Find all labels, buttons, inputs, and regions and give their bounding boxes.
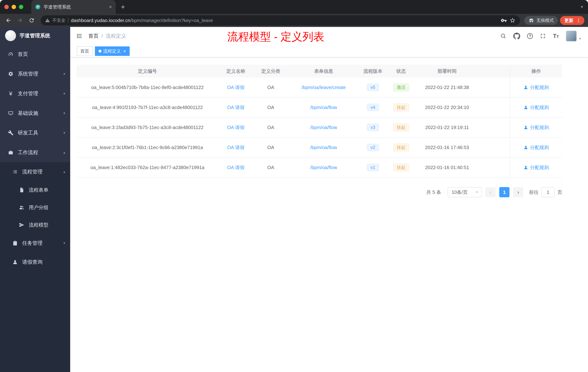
- pagination-total: 共 5 条: [426, 189, 441, 196]
- window-controls: [0, 5, 28, 9]
- forward-button[interactable]: [15, 16, 25, 25]
- logo-title: 芋道管理系统: [20, 32, 50, 39]
- definition-id: oa_leave:1:482ec033-762a-11ec-8477-a2380…: [77, 165, 218, 170]
- definition-name-link[interactable]: OA 请假: [227, 164, 244, 171]
- sidebar-item-payment[interactable]: 支付管理 ▾: [0, 84, 70, 103]
- assign-rule-button[interactable]: 分配规则: [510, 138, 562, 157]
- page-size-select[interactable]: 10条/页 ▼: [448, 187, 482, 197]
- sidebar-item-process-form[interactable]: 流程表单: [0, 181, 70, 199]
- table-row: oa_leave:3:1fad3d93-7b75-11ec-a3c8-acde4…: [77, 118, 562, 138]
- sidebar: 芋道管理系统 首页 系统管理 ▾ 支付管理 ▾ 基础设施 ▾: [0, 27, 70, 372]
- sidebar-item-system[interactable]: 系统管理 ▾: [0, 64, 70, 84]
- sidebar-item-task-mgmt[interactable]: 任务管理 ▾: [0, 234, 70, 253]
- definition-name-link[interactable]: OA 请假: [227, 84, 244, 91]
- sidebar-item-devtools[interactable]: 研发工具 ▾: [0, 123, 70, 143]
- logo-avatar: [5, 30, 16, 41]
- assign-rule-button[interactable]: 分配规则: [510, 158, 562, 177]
- close-window-button[interactable]: [4, 5, 9, 9]
- tab-search-icon[interactable]: ▾: [581, 5, 583, 9]
- update-label: 更新: [564, 17, 573, 23]
- url-text: dashboard.yudao.iocoder.cn/bpm/manager/d…: [71, 18, 498, 23]
- back-button[interactable]: [4, 16, 13, 25]
- breadcrumb-home[interactable]: 首页: [88, 33, 99, 40]
- github-icon[interactable]: [513, 33, 520, 40]
- deploy-time: 2022-01-22 21:48:38: [416, 85, 479, 90]
- kebab-menu-icon[interactable]: [576, 18, 581, 23]
- sidebar-item-infrastructure[interactable]: 基础设施 ▾: [0, 103, 70, 123]
- chevron-down-icon: ▾: [63, 72, 65, 76]
- form-link[interactable]: /bpm/oa/flow: [310, 165, 337, 170]
- tab-close-icon[interactable]: ×: [109, 4, 112, 10]
- version-badge: v2: [367, 144, 379, 151]
- font-size-icon[interactable]: TT: [553, 33, 559, 40]
- security-label: 不安全: [52, 17, 65, 23]
- help-icon[interactable]: ?: [527, 33, 533, 39]
- sidebar-item-home[interactable]: 首页: [0, 44, 70, 64]
- new-tab-button[interactable]: +: [118, 2, 128, 12]
- avatar[interactable]: [566, 31, 577, 42]
- tag-close-icon[interactable]: ×: [123, 49, 126, 54]
- assign-rule-button[interactable]: 分配规则: [510, 118, 562, 137]
- assign-rule-button[interactable]: 分配规则: [510, 98, 562, 117]
- fullscreen-icon[interactable]: [540, 33, 546, 39]
- sidebar-item-label: 工作流程: [18, 149, 38, 156]
- sidebar-item-label: 支付管理: [18, 90, 38, 97]
- incognito-badge: 无痕模式: [524, 16, 558, 25]
- goto-label: 前往: [529, 189, 538, 196]
- key-icon[interactable]: [501, 17, 507, 23]
- pagination-goto: 前往 页: [529, 187, 562, 197]
- table-row: oa_leave:4:991f2193-7b7f-11ec-a3c8-acde4…: [77, 98, 562, 118]
- definition-name-link[interactable]: OA 请假: [227, 124, 244, 131]
- sidebar-item-user-group[interactable]: 用户分组: [0, 199, 70, 216]
- chevron-down-icon: ▼: [475, 190, 479, 194]
- form-link[interactable]: /bpm/oa/flow: [310, 105, 337, 110]
- tab-favicon: [35, 4, 41, 10]
- definition-name-link[interactable]: OA 请假: [227, 104, 244, 111]
- table-row: oa_leave:2:3c1f0ef1-76b1-11ec-9c66-a2380…: [77, 138, 562, 158]
- form-link[interactable]: /bpm/oa/flow: [310, 125, 337, 130]
- incognito-icon: [528, 17, 534, 23]
- user-menu[interactable]: ▼: [566, 31, 581, 42]
- definition-id: oa_leave:2:3c1f0ef1-76b1-11ec-9c66-a2380…: [77, 145, 218, 150]
- zoom-window-button[interactable]: [19, 5, 23, 9]
- browser-tab[interactable]: 芋道管理系统 ×: [31, 0, 116, 14]
- sidebar-item-label: 请假查询: [22, 259, 42, 265]
- sidebar-item-process-model[interactable]: 流程模型: [0, 216, 70, 234]
- tag-process-definition[interactable]: 流程定义 ×: [95, 46, 130, 56]
- form-link[interactable]: /bpm/oa/flow: [310, 145, 337, 150]
- pagination: 共 5 条 10条/页 ▼ ‹ 1 › 前往 页: [77, 187, 562, 197]
- version-badge: v4: [367, 104, 379, 111]
- clipboard-icon: [12, 241, 18, 246]
- browser-window: 芋道管理系统 × + ▾ 不安全 dashboard.yudao.iocoder…: [0, 0, 588, 372]
- next-page-button[interactable]: ›: [513, 187, 523, 197]
- form-link[interactable]: /bpm/oa/leave/create: [302, 85, 346, 90]
- url-bar[interactable]: 不安全 dashboard.yudao.iocoder.cn/bpm/manag…: [41, 15, 520, 25]
- definition-category: OA: [253, 85, 288, 90]
- person-icon: [524, 145, 528, 150]
- breadcrumb-current: 流程定义: [106, 33, 126, 40]
- definition-name-link[interactable]: OA 请假: [227, 144, 244, 151]
- update-button[interactable]: 更新: [560, 16, 584, 25]
- minimize-window-button[interactable]: [12, 5, 16, 9]
- assign-rule-button[interactable]: 分配规则: [510, 77, 562, 97]
- collapse-menu-button[interactable]: [70, 27, 88, 45]
- sidebar-item-leave-query[interactable]: 请假查询: [0, 253, 70, 272]
- star-icon[interactable]: [509, 17, 516, 23]
- goto-page-input[interactable]: [541, 187, 555, 197]
- sidebar-item-label: 基础设施: [18, 110, 38, 117]
- sidebar-item-workflow[interactable]: 工作流程 ▴: [0, 143, 70, 162]
- tag-home[interactable]: 首页: [77, 46, 93, 56]
- url-path: /bpm/manager/definition?key=oa_leave: [130, 18, 213, 23]
- sidebar-logo[interactable]: 芋道管理系统: [0, 27, 70, 44]
- column-header: 部署时间: [416, 68, 479, 75]
- tag-label: 流程定义: [103, 48, 121, 54]
- prev-page-button[interactable]: ‹: [485, 187, 496, 197]
- sidebar-item-process-mgmt[interactable]: 流程管理 ▴: [0, 162, 70, 181]
- search-icon[interactable]: [500, 33, 506, 39]
- reload-button[interactable]: [27, 16, 36, 25]
- page-content: 定义编号 定义名称 定义分类 表单信息 流程版本 状态 部署时间 操作 oa_l…: [70, 57, 588, 372]
- page-number-button[interactable]: 1: [499, 187, 509, 197]
- navbar-actions: ? TT ▼: [500, 31, 588, 42]
- chevron-up-icon: ▴: [63, 151, 65, 154]
- column-header: 状态: [387, 68, 416, 75]
